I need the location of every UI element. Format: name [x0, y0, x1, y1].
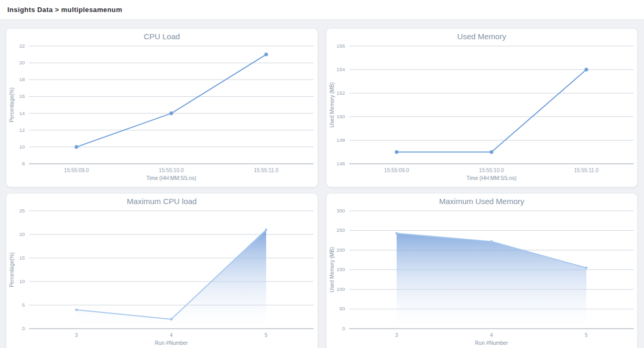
svg-text:3: 3: [395, 332, 398, 338]
top-bar: Insights Data > multiplesamenum: [0, 0, 644, 20]
svg-text:10: 10: [19, 144, 25, 150]
svg-text:20: 20: [19, 231, 25, 237]
max-cpu-load-chart[interactable]: 2520151050345Run #NumberPercentage(%): [6, 194, 318, 348]
svg-text:8: 8: [22, 161, 25, 166]
svg-text:200: 200: [336, 247, 345, 253]
svg-text:146: 146: [336, 161, 345, 166]
svg-text:Used Memory (MB): Used Memory (MB): [329, 82, 335, 128]
svg-text:152: 152: [336, 90, 345, 96]
svg-text:25: 25: [19, 208, 25, 214]
svg-text:Time (HH:MM:SS.ns): Time (HH:MM:SS.ns): [146, 175, 196, 181]
chart-card-cpu-load: CPU Load 22201816141210815:55:09.015:55:…: [6, 29, 318, 187]
svg-text:Percentage(%): Percentage(%): [9, 87, 15, 122]
svg-text:Run #Number: Run #Number: [155, 340, 188, 346]
chart-title-used-memory: Used Memory: [326, 32, 638, 41]
svg-text:100: 100: [336, 286, 345, 292]
max-used-memory-chart[interactable]: 300250200150100500345Run #NumberUsed Mem…: [326, 194, 638, 348]
chart-title-cpu-load: CPU Load: [6, 32, 318, 41]
svg-text:5: 5: [585, 332, 588, 338]
used-memory-chart[interactable]: 15615415215014814615:55:09.015:55:10.015…: [326, 29, 638, 187]
svg-text:Used Memory (MB): Used Memory (MB): [329, 247, 335, 293]
svg-text:150: 150: [336, 114, 345, 119]
svg-text:15:55:09.0: 15:55:09.0: [64, 167, 89, 173]
svg-text:3: 3: [75, 332, 78, 338]
svg-text:50: 50: [339, 306, 345, 312]
svg-text:0: 0: [22, 325, 25, 331]
svg-text:18: 18: [19, 76, 25, 82]
svg-text:15: 15: [19, 255, 25, 261]
svg-text:5: 5: [265, 332, 268, 338]
chart-card-max-cpu-load: Maximum CPU load 2520151050345Run #Numbe…: [6, 194, 318, 348]
svg-text:4: 4: [170, 332, 173, 338]
svg-text:Percentage(%): Percentage(%): [9, 252, 15, 287]
svg-text:0: 0: [342, 325, 344, 331]
svg-text:156: 156: [336, 43, 345, 49]
svg-text:15:55:11.0: 15:55:11.0: [574, 167, 598, 173]
svg-text:148: 148: [336, 137, 345, 143]
dashboard-grid: CPU Load 22201816141210815:55:09.015:55:…: [0, 20, 644, 348]
svg-text:150: 150: [336, 267, 345, 273]
svg-text:300: 300: [336, 208, 345, 214]
breadcrumb[interactable]: Insights Data > multiplesamenum: [7, 6, 122, 14]
svg-text:14: 14: [19, 110, 25, 116]
svg-text:Time (HH:MM:SS.ns): Time (HH:MM:SS.ns): [466, 175, 516, 181]
svg-text:20: 20: [19, 60, 25, 65]
chart-card-max-used-memory: Maximum Used Memory 30025020015010050034…: [326, 194, 638, 348]
svg-text:250: 250: [336, 228, 345, 233]
svg-text:4: 4: [490, 332, 493, 338]
svg-text:15:55:10.0: 15:55:10.0: [159, 167, 184, 173]
chart-title-max-used-memory: Maximum Used Memory: [326, 197, 638, 206]
svg-text:15:55:09.0: 15:55:09.0: [384, 167, 409, 173]
svg-text:15:55:11.0: 15:55:11.0: [254, 167, 278, 173]
svg-text:10: 10: [19, 278, 25, 284]
svg-text:12: 12: [19, 127, 25, 133]
svg-text:154: 154: [336, 66, 345, 72]
svg-text:Run #Number: Run #Number: [475, 340, 508, 346]
chart-card-used-memory: Used Memory 15615415215014814615:55:09.0…: [326, 29, 638, 187]
chart-title-max-cpu-load: Maximum CPU load: [6, 197, 318, 206]
cpu-load-chart[interactable]: 22201816141210815:55:09.015:55:10.015:55…: [6, 29, 318, 187]
svg-text:5: 5: [22, 302, 25, 308]
svg-text:22: 22: [19, 43, 25, 49]
svg-text:15:55:10.0: 15:55:10.0: [479, 167, 504, 173]
svg-text:16: 16: [19, 93, 25, 99]
